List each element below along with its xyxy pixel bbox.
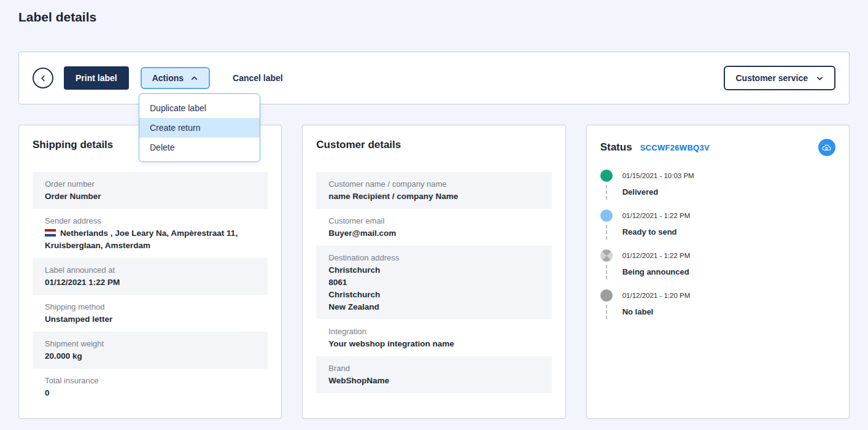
detail-value-text: Netherlands , Joe Leary Na, Ampèrestraat… <box>45 229 238 250</box>
cloud-icon <box>821 143 832 153</box>
detail-value-text: 01/12/2021 1:22 PM <box>45 278 120 287</box>
tracking-cloud-button[interactable] <box>818 139 835 156</box>
shipping-detail-row: Shipping method Unstamped letter <box>33 295 268 332</box>
detail-value: WebShopName <box>328 375 539 387</box>
shipping-detail-row: Order number Order Number <box>33 172 268 209</box>
print-label-button[interactable]: Print label <box>64 66 129 90</box>
detail-label: Sender address <box>45 215 255 227</box>
event-label: Ready to send <box>622 227 835 240</box>
customer-detail-row: Brand WebShopName <box>316 356 551 393</box>
detail-value: Your webshop integration name <box>328 338 539 350</box>
customer-detail-row: Customer email Buyer@mail.com <box>316 209 551 246</box>
detail-label: Customer email <box>328 215 539 227</box>
timeline-connector <box>606 225 613 240</box>
detail-value: name Recipient / company Name <box>328 190 539 203</box>
actions-button-label: Actions <box>152 73 184 83</box>
detail-value-text: 0 <box>45 388 50 397</box>
detail-label: Destination address <box>328 252 539 264</box>
detail-value-lines: Christchurch8061ChristchurchNew Zealand <box>328 264 539 313</box>
chevron-up-icon <box>190 74 198 82</box>
event-date: 01/15/2021 - 10:03 PM <box>622 170 835 182</box>
event-date: 01/12/2021 - 1:22 PM <box>622 209 835 222</box>
detail-label: Shipping method <box>45 301 255 313</box>
customer-details-title: Customer details <box>316 139 551 151</box>
actions-menu-item[interactable]: Create return <box>139 118 260 138</box>
detail-value-line: New Zealand <box>328 301 539 313</box>
detail-value: 0 <box>45 387 255 399</box>
toolbar: Print label Actions Cancel label Custome… <box>18 52 850 104</box>
status-timeline: 01/15/2021 - 10:03 PM Delivered 01/12/20… <box>600 170 835 319</box>
status-dot-icon <box>600 209 613 222</box>
actions-dropdown-menu: Duplicate label Create return Delete <box>139 93 260 162</box>
customer-service-dropdown-button[interactable]: Customer service <box>724 66 835 90</box>
event-date: 01/12/2021 - 1:22 PM <box>622 249 835 262</box>
detail-value-text: Unstamped letter <box>45 315 112 324</box>
actions-menu-item[interactable]: Duplicate label <box>139 98 260 118</box>
status-title: Status <box>600 141 632 154</box>
timeline-event: 01/12/2021 - 1:22 PM Ready to send <box>600 209 835 240</box>
status-card-header: Status SCCWF26WBQ3V <box>600 139 835 156</box>
event-date: 01/12/2021 - 1:20 PM <box>622 289 835 302</box>
timeline-connector <box>606 265 613 280</box>
detail-label: Order number <box>45 178 255 190</box>
event-label: Delivered <box>622 187 835 200</box>
detail-value: Unstamped letter <box>45 313 255 326</box>
shipping-details-card: Shipping details Order number Order Numb… <box>18 125 282 419</box>
detail-value-line: Christchurch <box>328 289 539 301</box>
detail-label: Customer name / company name <box>328 178 539 190</box>
detail-value-line: Christchurch <box>328 264 539 276</box>
timeline-event: 01/12/2021 - 1:20 PM No label <box>600 289 835 319</box>
detail-value-text: WebShopName <box>328 376 389 385</box>
timeline-event: 01/12/2021 - 1:22 PM Being announced <box>600 249 835 280</box>
customer-detail-row: Integration Your webshop integration nam… <box>316 319 551 356</box>
customer-service-button-label: Customer service <box>735 73 808 83</box>
detail-value-text: Buyer@mail.com <box>328 229 396 238</box>
detail-value-text: Your webshop integration name <box>328 339 454 348</box>
shipping-detail-row: Sender address Netherlands , Joe Leary N… <box>33 209 268 258</box>
timeline-connector <box>606 185 613 200</box>
detail-value: Order Number <box>45 190 255 203</box>
shipping-detail-row: Total insurance 0 <box>33 369 268 405</box>
shipping-detail-row: Shipment weight 20.000 kg <box>33 332 268 369</box>
timeline-connector <box>606 305 613 319</box>
detail-value: Buyer@mail.com <box>328 227 539 240</box>
status-dot-icon <box>600 170 613 182</box>
customer-detail-row: Destination address Christchurch8061Chri… <box>316 246 551 319</box>
detail-label: Integration <box>328 326 539 338</box>
detail-cards: Shipping details Order number Order Numb… <box>18 125 850 419</box>
menu-item-label: Create return <box>150 123 200 133</box>
page-title: Label details <box>18 10 850 25</box>
detail-value: Netherlands , Joe Leary Na, Ampèrestraat… <box>45 227 255 252</box>
detail-value-text: Order Number <box>45 192 101 201</box>
menu-item-label: Duplicate label <box>150 103 206 113</box>
detail-label: Label announced at <box>45 264 255 276</box>
detail-label: Total insurance <box>45 375 255 387</box>
status-dot-icon <box>600 289 613 302</box>
back-button[interactable] <box>33 68 53 88</box>
netherlands-flag-icon <box>45 229 56 237</box>
customer-detail-row: Customer name / company name name Recipi… <box>316 172 551 209</box>
detail-value: 01/12/2021 1:22 PM <box>45 276 255 289</box>
detail-value-line: 8061 <box>328 276 539 289</box>
actions-menu-item[interactable]: Delete <box>139 138 260 157</box>
detail-label: Brand <box>328 362 539 375</box>
cancel-label-link[interactable]: Cancel label <box>233 73 283 83</box>
detail-value: Christchurch8061ChristchurchNew Zealand <box>328 264 539 313</box>
shipping-detail-row: Label announced at 01/12/2021 1:22 PM <box>33 258 268 295</box>
detail-label: Shipment weight <box>45 338 255 350</box>
actions-dropdown-button[interactable]: Actions <box>141 67 210 89</box>
status-dot-icon <box>600 249 613 262</box>
status-card: Status SCCWF26WBQ3V 01/15/2021 - 10:03 P… <box>586 125 850 419</box>
menu-item-label: Delete <box>150 143 174 152</box>
tracking-number-link[interactable]: SCCWF26WBQ3V <box>640 143 710 152</box>
chevron-down-icon <box>816 74 824 82</box>
detail-value: 20.000 kg <box>45 350 255 362</box>
chevron-left-icon <box>39 74 47 82</box>
event-label: Being announced <box>622 267 835 280</box>
label-details-page: Label details Print label Actions Cancel… <box>0 0 868 419</box>
detail-value-text: name Recipient / company Name <box>328 192 458 201</box>
event-label: No label <box>622 307 835 319</box>
timeline-event: 01/15/2021 - 10:03 PM Delivered <box>600 170 835 200</box>
customer-details-card: Customer details Customer name / company… <box>302 125 565 419</box>
detail-value-text: 20.000 kg <box>45 351 82 361</box>
